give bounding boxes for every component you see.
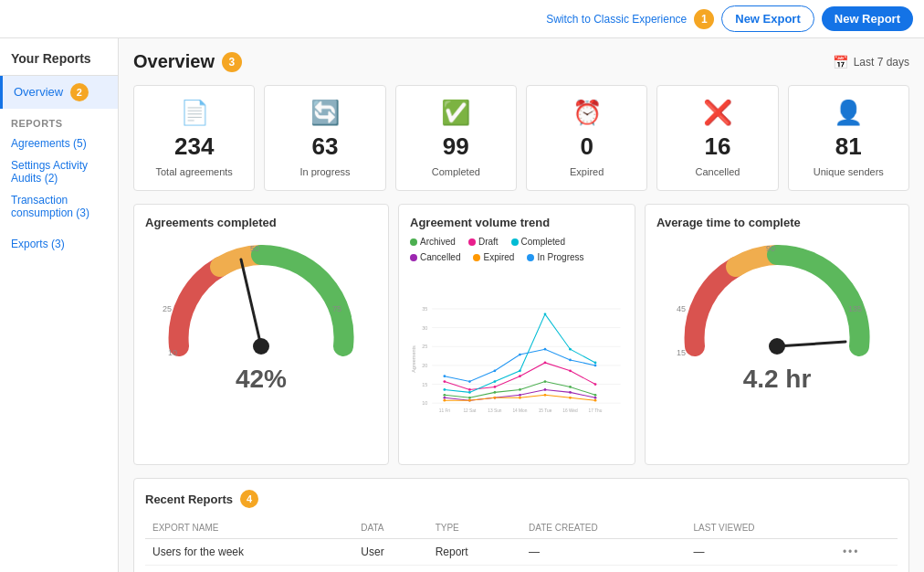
sidebar-link-settings-audits[interactable]: Settings Activity Audits (2)	[0, 154, 118, 189]
legend-item-5: In Progress	[527, 252, 583, 262]
sidebar-link-transaction[interactable]: Transaction consumption (3)	[0, 189, 118, 224]
svg-text:50: 50	[250, 244, 259, 253]
line-chart-svg: 35 30 25 20 15 10 Agreements 11 Fri 12 S…	[410, 268, 624, 450]
new-export-button[interactable]: New Export	[721, 5, 814, 32]
stat-icon-2: ✅	[441, 99, 470, 127]
svg-text:20: 20	[422, 363, 427, 368]
table-header-row: EXPORT NAME DATA TYPE DATE CREATED LAST …	[145, 517, 898, 539]
line-chart-card: Agreement volume trend ArchivedDraftComp…	[398, 204, 635, 465]
dot-s2-i6	[594, 362, 597, 365]
new-report-button[interactable]: New Report	[822, 6, 913, 31]
stat-label-1: In progress	[299, 166, 350, 177]
dot-s2-i1	[468, 391, 471, 394]
col-type: TYPE	[428, 517, 521, 539]
dot-s2-i2	[494, 380, 497, 383]
switch-classic-link[interactable]: Switch to Classic Experience	[546, 13, 687, 26]
svg-line-30	[777, 342, 845, 346]
recent-table: EXPORT NAME DATA TYPE DATE CREATED LAST …	[145, 517, 898, 566]
dot-s2-i3	[519, 369, 521, 372]
svg-text:10: 10	[422, 400, 427, 406]
svg-text:11 Fri: 11 Fri	[439, 409, 450, 414]
dot-s0-i1	[468, 397, 471, 399]
stat-icon-0: 📄	[180, 99, 209, 127]
dot-s0-i6	[594, 394, 597, 397]
svg-text:25: 25	[422, 344, 427, 349]
stats-row: 📄 234 Total agreements 🔄 63 In progress …	[133, 85, 909, 191]
dot-s5-i5	[569, 359, 572, 362]
svg-text:30: 30	[422, 325, 427, 331]
dot-s5-i6	[594, 365, 597, 367]
gauge2-title: Average time to complete	[656, 216, 898, 229]
dot-s4-i4	[544, 394, 547, 397]
stat-card-1: 🔄 63 In progress	[264, 85, 385, 191]
dot-s4-i1	[468, 399, 471, 402]
svg-text:13 Sun: 13 Sun	[488, 409, 502, 414]
svg-text:17 Thu: 17 Thu	[589, 409, 603, 414]
stat-card-5: 👤 81 Unique senders	[788, 85, 909, 191]
svg-text:135: 135	[848, 304, 862, 313]
sidebar-item-overview[interactable]: Overview 2	[0, 76, 118, 109]
recent-reports-header: Recent Reports 4	[145, 490, 898, 508]
stat-icon-4: ❌	[703, 99, 732, 127]
recent-badge: 4	[240, 490, 258, 508]
agreements-completed-card: Agreements completed 10 25 50 75	[133, 204, 389, 465]
stat-number-0: 234	[174, 132, 214, 161]
legend-item-4: Expired	[473, 252, 514, 262]
gauge2-value: 4.2 hr	[743, 365, 812, 394]
stat-icon-5: 👤	[834, 99, 863, 127]
recent-title: Recent Reports	[145, 493, 233, 506]
stat-icon-3: ⏰	[572, 99, 602, 127]
cell-actions[interactable]: •••	[835, 539, 898, 566]
recent-reports-card: Recent Reports 4 EXPORT NAME DATA TYPE D…	[133, 478, 909, 572]
gauge1-title: Agreements completed	[145, 216, 377, 229]
dot-s3-i5	[569, 391, 572, 394]
svg-point-5	[253, 338, 269, 355]
dot-s3-i3	[519, 394, 521, 397]
sidebar: Your Reports Overview 2 REPORTS Agreemen…	[0, 38, 119, 572]
svg-text:16 Wed: 16 Wed	[562, 409, 578, 414]
dot-s1-i6	[594, 383, 597, 386]
svg-text:15 Tue: 15 Tue	[539, 409, 552, 414]
dot-s3-i4	[544, 388, 547, 391]
stat-card-3: ⏰ 0 Expired	[526, 85, 647, 191]
page-title: Overview	[133, 51, 215, 72]
dot-s3-i6	[594, 397, 597, 399]
dot-s4-i5	[569, 397, 572, 399]
stat-label-0: Total agreements	[155, 166, 232, 177]
dot-s0-i3	[519, 388, 521, 391]
cell-data: User	[353, 539, 427, 566]
col-date-created: DATE CREATED	[521, 517, 687, 539]
col-export-name: EXPORT NAME	[145, 517, 353, 539]
svg-text:35: 35	[422, 306, 427, 312]
dot-s1-i4	[544, 362, 547, 365]
gauge2-container: 15 45 90 135 4.2 hr	[656, 237, 898, 394]
dot-s1-i2	[494, 386, 497, 388]
date-filter-label: Last 7 days	[854, 56, 909, 69]
sidebar-reports-section: REPORTS	[0, 109, 118, 132]
sidebar-link-exports[interactable]: Exports (3)	[0, 233, 118, 255]
date-filter[interactable]: 📅 Last 7 days	[833, 55, 909, 69]
svg-text:14 Mon: 14 Mon	[512, 409, 527, 414]
gauge2-svg: 15 45 90 135	[667, 237, 887, 374]
dot-s0-i4	[544, 380, 547, 383]
dot-s0-i0	[443, 394, 446, 397]
stat-label-3: Expired	[570, 166, 604, 177]
overview-badge: 3	[222, 52, 242, 72]
legend: ArchivedDraftCompletedCancelledExpiredIn…	[410, 237, 624, 262]
line-chart-title: Agreement volume trend	[410, 216, 624, 229]
calendar-icon: 📅	[833, 55, 848, 69]
stat-card-2: ✅ 99 Completed	[395, 85, 517, 191]
dot-s5-i1	[468, 380, 471, 383]
cell-name: Users for the week	[145, 539, 353, 566]
svg-point-31	[769, 338, 785, 355]
svg-text:Agreements: Agreements	[411, 345, 416, 373]
dot-s4-i0	[443, 399, 446, 402]
legend-item-3: Cancelled	[410, 252, 460, 262]
avg-time-card: Average time to complete 15 45 90 135	[645, 204, 909, 465]
gauge1-container: 10 25 50 75 42%	[145, 237, 377, 394]
table-row: Users for the week User Report — — •••	[145, 539, 898, 566]
dot-s4-i3	[519, 397, 521, 399]
more-icon[interactable]: •••	[843, 546, 860, 558]
col-last-viewed: LAST VIEWED	[686, 517, 835, 539]
sidebar-link-agreements[interactable]: Agreements (5)	[0, 132, 118, 154]
